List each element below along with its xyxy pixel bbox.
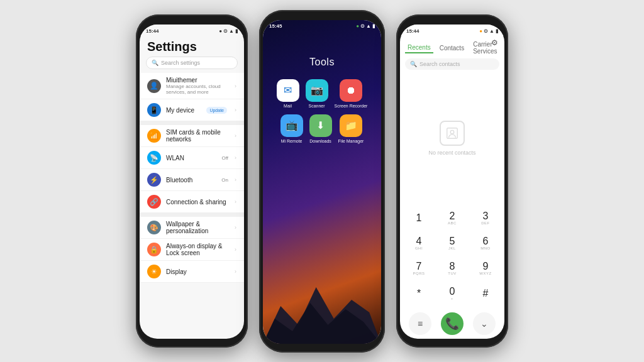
- file-manager-icon: 📁: [340, 114, 362, 137]
- chevron-icon: ›: [235, 177, 236, 183]
- app-icon-file-manager[interactable]: 📁 File Manager: [338, 114, 364, 143]
- scanner-icon: 📷: [306, 79, 328, 102]
- settings-item-my-device[interactable]: 📱 My device Update ›: [140, 99, 244, 121]
- status-icons-right: ● ⊙ ▲ ▮: [479, 28, 498, 34]
- settings-item-connection-sharing[interactable]: 🔗 Connection & sharing ›: [140, 191, 244, 213]
- settings-screen: 15:44 ● ⊙ ▲ ▮ Settings 🔍 Search settings…: [140, 25, 244, 339]
- app-icon-scanner[interactable]: 📷 Scanner: [306, 79, 328, 108]
- key-hash[interactable]: #: [472, 282, 499, 305]
- sim-text: SIM cards & mobile networks: [166, 129, 230, 143]
- key-3[interactable]: 3DEF: [472, 207, 499, 229]
- keypad-row-1: 1 2ABC 3DEF: [405, 207, 499, 229]
- mi-remote-icon: 📺: [280, 114, 303, 137]
- mail-label: Mail: [284, 104, 292, 108]
- menu-button[interactable]: ≡: [409, 312, 431, 335]
- dialer-search[interactable]: 🔍 Search contacts: [405, 58, 499, 70]
- tab-recents[interactable]: Recents: [405, 43, 433, 53]
- expand-button[interactable]: ⌄: [473, 312, 496, 335]
- key-7[interactable]: 7PQRS: [405, 257, 433, 280]
- phone-dialer: 15:44 ● ⊙ ▲ ▮ ⚙ Recents Contacts Carrier…: [396, 14, 508, 348]
- battery-icon: ▮: [235, 28, 238, 34]
- wifi-icon-right: ⊙: [484, 28, 488, 34]
- sim-label: SIM cards & mobile networks: [166, 129, 230, 143]
- miuithemer-label: Miuithemer: [166, 77, 230, 84]
- no-contacts-area: No recent contacts: [400, 72, 504, 204]
- downloads-label: Downloads: [309, 139, 331, 143]
- chevron-icon: ›: [235, 246, 236, 253]
- time-center: 15:45: [269, 23, 282, 29]
- settings-item-display[interactable]: ☀ Display ›: [140, 261, 244, 283]
- chevron-icon: ›: [235, 83, 236, 89]
- connection-label: Connection & sharing: [166, 199, 230, 206]
- status-icons-left: ● ⊙ ▲ ▮: [219, 28, 238, 34]
- file-manager-label: File Manager: [338, 139, 364, 143]
- screen-recorder-label: Screen Recorder: [335, 104, 368, 108]
- wlan-icon: 📡: [147, 151, 161, 165]
- my-device-label: My device: [166, 107, 201, 114]
- time-right: 15:44: [406, 28, 419, 34]
- settings-item-bluetooth[interactable]: ⚡ Bluetooth On ›: [140, 169, 244, 191]
- time-left: 15:44: [146, 28, 158, 34]
- app-icon-mi-remote[interactable]: 📺 Mi Remote: [280, 114, 303, 143]
- wlan-label: WLAN: [166, 155, 216, 162]
- status-bar-right: 15:44 ● ⊙ ▲ ▮: [400, 25, 504, 36]
- screen-recorder-icon: ⏺: [340, 79, 362, 102]
- dialer-screen: 15:44 ● ⊙ ▲ ▮ ⚙ Recents Contacts Carrier…: [400, 25, 504, 339]
- keypad-row-3: 7PQRS 8TUV 9WXYZ: [405, 257, 499, 280]
- status-dot-right: ●: [479, 28, 482, 34]
- bluetooth-text: Bluetooth: [166, 177, 216, 184]
- tab-contacts[interactable]: Contacts: [437, 43, 467, 53]
- update-badge[interactable]: Update: [206, 107, 227, 114]
- signal-icon-center: ▲: [366, 23, 371, 29]
- battery-icon-center: ▮: [372, 23, 375, 29]
- chevron-icon: ›: [235, 224, 236, 231]
- miuithemer-text: Miuithemer Manage accounts, cloud servic…: [166, 77, 230, 95]
- app-grid: ✉ Mail 📷 Scanner ⏺ Screen Recorder 📺 Mi …: [263, 79, 381, 143]
- app-icon-screen-recorder[interactable]: ⏺ Screen Recorder: [335, 79, 368, 108]
- wifi-icon-center: ⊙: [360, 23, 365, 29]
- phone-settings: 15:44 ● ⊙ ▲ ▮ Settings 🔍 Search settings…: [136, 14, 248, 348]
- wallpaper-icon: 🎨: [147, 221, 161, 234]
- settings-item-wlan[interactable]: 📡 WLAN Off ›: [140, 147, 244, 169]
- connection-icon: 🔗: [147, 195, 161, 209]
- settings-item-sim[interactable]: 📶 SIM cards & mobile networks ›: [140, 125, 244, 147]
- app-icon-downloads[interactable]: ⬇ Downloads: [309, 114, 332, 143]
- key-6[interactable]: 6MNO: [472, 232, 499, 255]
- keypad-row-4: * 0+ #: [405, 282, 499, 305]
- chevron-icon: ›: [235, 155, 236, 161]
- status-icons-center: ● ⊙ ▲ ▮: [356, 23, 375, 29]
- settings-item-miuithemer[interactable]: 👤 Miuithemer Manage accounts, cloud serv…: [140, 73, 244, 99]
- no-contacts-icon: [440, 121, 465, 146]
- key-1[interactable]: 1: [405, 207, 433, 229]
- settings-item-always-on[interactable]: 🔒 Always-on display & Lock screen ›: [140, 239, 244, 261]
- signal-icon: ▲: [229, 28, 234, 34]
- bluetooth-label: Bluetooth: [166, 177, 216, 184]
- svg-point-3: [450, 130, 454, 134]
- status-bar-left: 15:44 ● ⊙ ▲ ▮: [140, 25, 244, 36]
- key-8[interactable]: 8TUV: [438, 257, 466, 280]
- display-text: Display: [166, 268, 230, 275]
- app-icon-mail[interactable]: ✉ Mail: [277, 79, 299, 108]
- settings-item-wallpaper[interactable]: 🎨 Wallpaper & personalization ›: [140, 217, 244, 239]
- wallpaper-label: Wallpaper & personalization: [166, 221, 230, 234]
- settings-search[interactable]: 🔍 Search settings: [146, 57, 238, 69]
- search-placeholder: Search settings: [161, 60, 200, 66]
- key-star[interactable]: *: [405, 282, 433, 305]
- battery-icon-right: ▮: [496, 28, 498, 34]
- key-5[interactable]: 5JKL: [438, 232, 466, 255]
- mountain-overlay: [263, 268, 381, 344]
- gear-icon[interactable]: ⚙: [491, 38, 498, 47]
- key-9[interactable]: 9WXYZ: [472, 257, 499, 280]
- key-4[interactable]: 4GHI: [405, 232, 433, 255]
- search-icon-dialer: 🔍: [410, 61, 417, 67]
- bluetooth-value: On: [221, 177, 228, 183]
- dialer-actions: ≡ 📞 ⌄: [400, 310, 504, 339]
- status-dot-center: ●: [356, 23, 359, 29]
- downloads-icon: ⬇: [309, 114, 332, 137]
- key-2[interactable]: 2ABC: [438, 207, 466, 229]
- chevron-icon: ›: [235, 268, 236, 275]
- wlan-text: WLAN: [166, 155, 216, 162]
- key-0[interactable]: 0+: [438, 282, 466, 305]
- keypad: 1 2ABC 3DEF 4GHI 5JKL 6MNO 7PQRS 8TUV 9W…: [400, 204, 504, 310]
- call-button[interactable]: 📞: [441, 312, 464, 335]
